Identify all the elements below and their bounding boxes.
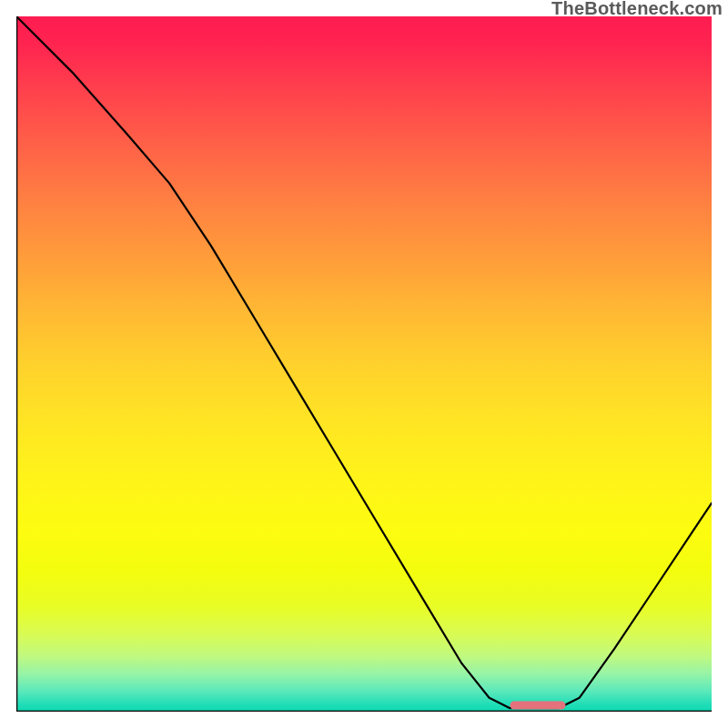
optimal-marker bbox=[510, 702, 565, 710]
plot-area bbox=[16, 16, 712, 712]
watermark-text: TheBottleneck.com bbox=[551, 0, 723, 19]
chart-container: TheBottleneck.com bbox=[0, 0, 728, 728]
chart-svg bbox=[16, 16, 712, 712]
bottleneck-curve bbox=[16, 16, 712, 708]
